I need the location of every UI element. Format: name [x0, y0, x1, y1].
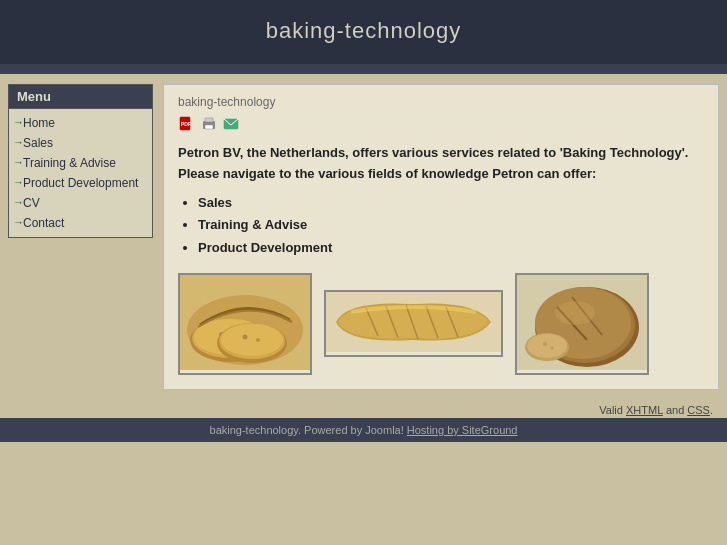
svg-rect-3	[205, 118, 213, 122]
sidebar: Menu Home Sales Training & Advise Produc…	[8, 84, 153, 390]
svg-point-33	[527, 334, 567, 358]
menu-title: Menu	[9, 85, 152, 109]
svg-point-36	[555, 301, 595, 325]
svg-point-18	[243, 334, 248, 339]
images-row	[178, 273, 704, 375]
list-item-product-development: Product Development	[198, 238, 704, 259]
content-body: Petron BV, the Netherlands, offers vario…	[178, 143, 704, 259]
bread-slices-image	[178, 273, 312, 375]
sidebar-item-sales[interactable]: Sales	[9, 133, 152, 153]
css-link[interactable]: CSS	[687, 404, 710, 416]
svg-point-35	[551, 346, 554, 349]
xhtml-link[interactable]: XHTML	[626, 404, 663, 416]
round-loaf-image	[515, 273, 649, 375]
svg-point-17	[221, 324, 283, 356]
sidebar-item-cv[interactable]: CV	[9, 193, 152, 213]
svg-point-19	[256, 338, 260, 342]
intro-text-2: Please navigate to the various fields of…	[178, 166, 596, 181]
site-title: baking-technology	[0, 18, 727, 44]
list-item-training: Training & Advise	[198, 215, 704, 236]
baguette-svg	[326, 292, 501, 352]
breadcrumb: baking-technology	[178, 95, 704, 109]
round-loaf-svg	[517, 275, 647, 370]
svg-text:PDF: PDF	[181, 121, 191, 127]
page-header: baking-technology	[0, 0, 727, 64]
header-accent-bar	[0, 64, 727, 74]
menu-box: Menu Home Sales Training & Advise Produc…	[8, 84, 153, 238]
svg-rect-4	[205, 125, 213, 129]
baguette-image	[324, 290, 503, 357]
footer-text: baking-technology. Powered by Joomla!	[210, 424, 407, 436]
pdf-icon[interactable]: PDF	[178, 115, 196, 133]
bread-slices-svg	[180, 275, 310, 370]
main-wrapper: Menu Home Sales Training & Advise Produc…	[0, 74, 727, 400]
sidebar-item-training[interactable]: Training & Advise	[9, 153, 152, 173]
footer-bottom: baking-technology. Powered by Joomla! Ho…	[0, 418, 727, 442]
main-content: baking-technology PDF	[163, 84, 719, 390]
svg-point-34	[543, 342, 547, 346]
menu-items: Home Sales Training & Advise Product Dev…	[9, 109, 152, 237]
intro-text-1: Petron BV, the Netherlands, offers vario…	[178, 145, 688, 160]
sidebar-item-product-development[interactable]: Product Development	[9, 173, 152, 193]
sidebar-item-contact[interactable]: Contact	[9, 213, 152, 233]
and-text: and	[663, 404, 687, 416]
intro-paragraph: Petron BV, the Netherlands, offers vario…	[178, 143, 704, 185]
period: .	[710, 404, 713, 416]
list-item-sales: Sales	[198, 193, 704, 214]
toolbar: PDF	[178, 115, 704, 133]
services-list: Sales Training & Advise Product Developm…	[198, 193, 704, 259]
email-icon[interactable]	[222, 115, 240, 133]
print-icon[interactable]	[200, 115, 218, 133]
valid-text: Valid	[599, 404, 626, 416]
hosting-link[interactable]: Hosting by SiteGround	[407, 424, 518, 436]
valid-footer: Valid XHTML and CSS.	[0, 400, 727, 418]
sidebar-item-home[interactable]: Home	[9, 113, 152, 133]
